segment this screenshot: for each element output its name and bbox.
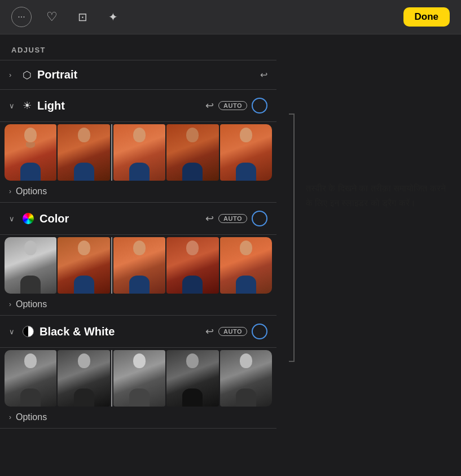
bw-options-label: Options	[16, 412, 47, 422]
bw-strip-4[interactable]	[166, 350, 218, 407]
light-options-chevron: ›	[9, 187, 11, 195]
crop-icon: ⊡	[78, 10, 87, 24]
color-icon	[23, 213, 34, 224]
favorites-button[interactable]: ♡	[42, 7, 62, 27]
color-strip-1[interactable]	[5, 237, 56, 294]
bw-options-chevron: ›	[9, 413, 11, 421]
light-title: Light	[37, 99, 200, 112]
bw-chevron: ∨	[9, 327, 17, 336]
color-section-row[interactable]: ∨ Color ↩ AUTO	[0, 203, 276, 235]
color-toggle[interactable]	[252, 211, 267, 226]
color-options-chevron: ›	[9, 300, 11, 308]
color-auto-badge[interactable]: AUTO	[218, 214, 247, 223]
light-strip-1[interactable]	[5, 124, 56, 181]
portrait-section-row[interactable]: › ⬡ Portrait ↩	[0, 60, 276, 90]
bw-title: Black & White	[39, 325, 200, 338]
more-icon: ···	[17, 12, 25, 22]
light-strip-2[interactable]	[58, 124, 109, 181]
portrait-reset-icon[interactable]: ↩	[260, 69, 267, 80]
portrait-icon: ⬡	[23, 69, 32, 81]
bw-strip-3[interactable]	[113, 350, 165, 407]
bw-strip-2[interactable]	[58, 350, 109, 407]
right-panel: तस्वीर के दिखने का तरीक़ा समायोजित करने …	[276, 34, 461, 476]
left-panel: ADJUST › ⬡ Portrait ↩ ∨ ☀ Light ↩ AUTO	[0, 34, 276, 476]
bw-strip-5[interactable]	[220, 350, 272, 407]
light-options-label: Options	[16, 186, 47, 196]
light-auto-badge[interactable]: AUTO	[218, 101, 247, 110]
more-button[interactable]: ···	[11, 7, 32, 27]
color-options-label: Options	[16, 299, 47, 309]
color-controls: ↩ AUTO	[205, 211, 267, 226]
light-strip-5[interactable]	[220, 124, 272, 181]
bw-section-row[interactable]: ∨ Black & White ↩ AUTO	[0, 316, 276, 348]
color-strip-5[interactable]	[220, 237, 272, 294]
color-strip-2[interactable]	[58, 237, 109, 294]
light-options-row[interactable]: › Options	[0, 181, 276, 203]
adjust-header: ADJUST	[0, 34, 276, 60]
portrait-title: Portrait	[37, 68, 254, 81]
color-strip-4[interactable]	[166, 237, 218, 294]
bw-controls: ↩ AUTO	[205, 324, 267, 339]
color-strip-3[interactable]	[113, 237, 165, 294]
light-strip-4[interactable]	[166, 124, 218, 181]
bw-undo-button[interactable]: ↩	[205, 325, 214, 338]
portrait-chevron: ›	[9, 71, 17, 79]
light-toggle[interactable]	[252, 98, 267, 113]
color-title: Color	[39, 212, 200, 225]
light-section-row[interactable]: ∨ ☀ Light ↩ AUTO	[0, 90, 276, 122]
light-chevron: ∨	[9, 102, 17, 110]
light-strip-3[interactable]	[113, 124, 165, 181]
main-layout: ADJUST › ⬡ Portrait ↩ ∨ ☀ Light ↩ AUTO	[0, 34, 461, 476]
annotation-bracket	[293, 113, 295, 362]
done-button[interactable]: Done	[403, 7, 450, 27]
annotation-text: तस्वीर के दिखने का तरीक़ा समायोजित करने …	[306, 181, 447, 210]
light-undo-button[interactable]: ↩	[205, 99, 214, 112]
color-chevron: ∨	[9, 215, 17, 223]
bw-icon	[23, 326, 34, 337]
color-options-row[interactable]: › Options	[0, 294, 276, 316]
color-image-strip	[5, 237, 272, 294]
light-image-strip	[5, 124, 272, 181]
bw-auto-badge[interactable]: AUTO	[218, 327, 247, 336]
bw-toggle[interactable]	[252, 324, 267, 339]
bw-image-strip	[5, 350, 272, 407]
bw-options-row[interactable]: › Options	[0, 407, 276, 429]
heart-icon: ♡	[46, 10, 58, 24]
light-controls: ↩ AUTO	[205, 98, 267, 113]
enhance-button[interactable]: ✦	[103, 7, 123, 27]
enhance-icon: ✦	[108, 10, 118, 24]
light-icon: ☀	[23, 99, 32, 112]
crop-button[interactable]: ⊡	[72, 7, 93, 27]
bw-strip-1[interactable]	[5, 350, 56, 407]
color-undo-button[interactable]: ↩	[205, 212, 214, 225]
toolbar: ··· ♡ ⊡ ✦ Done	[0, 0, 461, 34]
